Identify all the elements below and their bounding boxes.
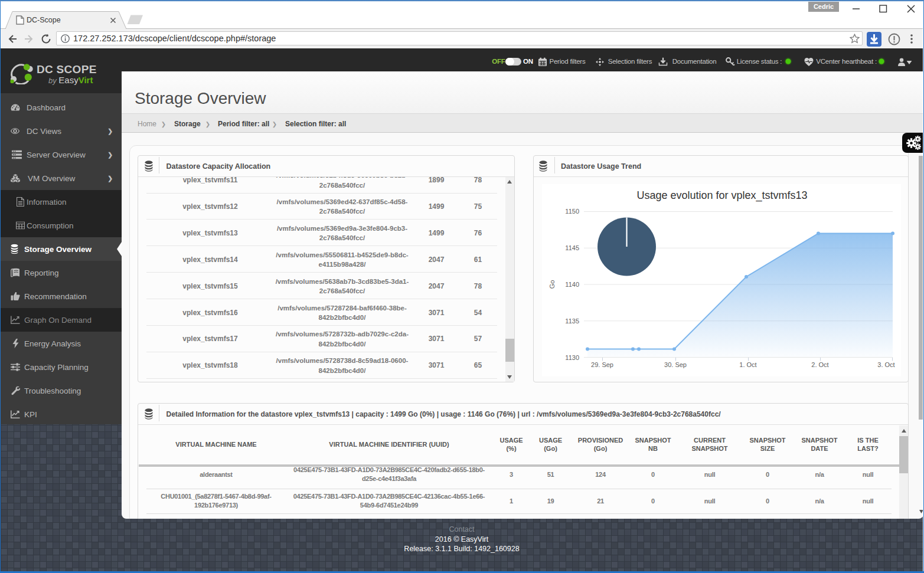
svg-text:30. Sep: 30. Sep (664, 361, 687, 368)
svg-text:1150: 1150 (565, 208, 579, 215)
svg-text:2. Oct: 2. Oct (811, 361, 828, 368)
svg-text:1135: 1135 (565, 317, 579, 325)
svg-text:1145: 1145 (565, 244, 579, 251)
svg-text:1130: 1130 (565, 354, 579, 361)
svg-text:Usage evolution for vplex_tstv: Usage evolution for vplex_tstvmfs13 (636, 189, 807, 202)
svg-text:1. Oct: 1. Oct (739, 361, 756, 368)
svg-text:1140: 1140 (565, 281, 579, 288)
svg-text:29. Sep: 29. Sep (591, 361, 613, 368)
svg-text:3. Oct: 3. Oct (877, 361, 894, 368)
svg-text:Go: Go (548, 280, 556, 289)
